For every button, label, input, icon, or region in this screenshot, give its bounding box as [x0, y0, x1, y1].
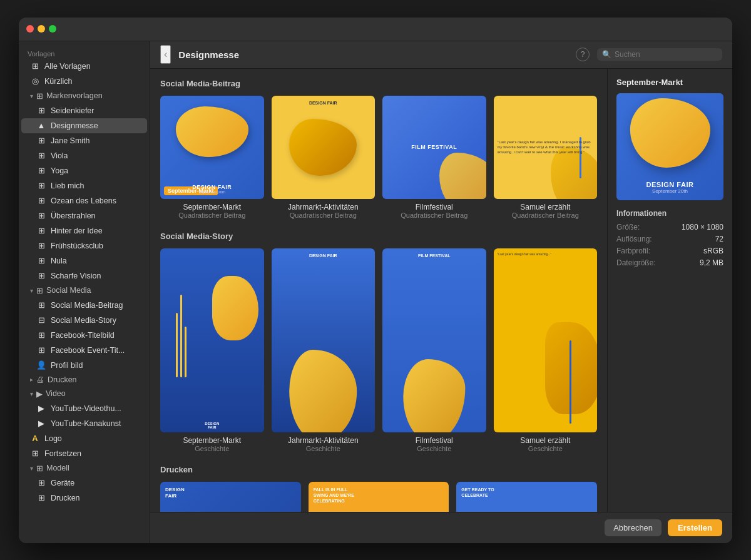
sidebar-item-ozean[interactable]: ⊞ Ozean des Lebens [21, 193, 147, 208]
create-button[interactable]: Erstellen [668, 519, 722, 536]
back-button[interactable]: ‹ [160, 45, 171, 64]
video-icon: ▶ [36, 389, 43, 399]
sidebar-item-drucken2[interactable]: ⊞ Drucken [21, 491, 147, 506]
info-section-label: Informationen [616, 209, 723, 218]
sidebar-item-geraete[interactable]: ⊞ Geräte [21, 476, 147, 491]
sidebar-item-kuerzlich[interactable]: ◎ Kürzlich [21, 74, 147, 89]
template-thumb: "Last year's design fair was amazing..." [494, 248, 598, 432]
main-content: ‹ Designmesse ? 🔍 Social Media-Beitrag [150, 41, 732, 543]
template-thumb: DESIGN FAIR September 20th September-Mar… [160, 96, 264, 200]
cancel-button[interactable]: Abbrechen [605, 519, 662, 536]
section-label: Drucken [160, 465, 597, 474]
template-icon: ⊞ [36, 151, 46, 161]
template-icon: ⊞ [36, 345, 46, 355]
fullscreen-button[interactable] [49, 25, 56, 33]
sidebar-item-fruehstueck[interactable]: ⊞ Frühstücksclub [21, 238, 147, 253]
sidebar-item-sm-beitrag[interactable]: ⊞ Social Media-Beitrag [21, 298, 147, 313]
sidebar-item-yt-video[interactable]: ▶ YouTube-Videothu... [21, 401, 147, 416]
sidebar-item-fortsetzen[interactable]: ⊞ Fortsetzen [21, 446, 147, 461]
template-card-jahrmarkt-sq[interactable]: DESIGN FAIR Jahrmarkt-Aktivitäten Quadra… [272, 96, 376, 220]
info-val: 9,2 MB [700, 258, 723, 267]
minimize-button[interactable] [38, 25, 45, 33]
template-type: Geschichte [494, 445, 598, 452]
traffic-lights [26, 25, 56, 33]
sidebar-item-label: Designmesse [51, 121, 98, 130]
canvas-print-blue: DESIGNFAIR [160, 482, 301, 511]
template-thumb: FILM FESTIVAL [382, 96, 486, 200]
template-icon: ⊞ [36, 241, 46, 251]
chevron-icon: ▾ [30, 287, 33, 294]
sidebar-item-label: Fortsetzen [44, 449, 81, 458]
sidebar-item-alle[interactable]: ⊞ Alle Vorlagen [21, 59, 147, 74]
templates-area: Social Media-Beitrag [150, 69, 607, 512]
preview-text: DESIGN FAIR September 20th [646, 181, 694, 194]
sidebar-group-markenvorlagen[interactable]: ▾ ⊞ Markenvorlagen [21, 89, 147, 103]
content-area: Social Media-Beitrag [150, 69, 732, 512]
sidebar-group-drucken[interactable]: ▸ 🖨 Drucken [21, 373, 147, 387]
story-line [185, 327, 186, 377]
sidebar-item-label: Profil bild [51, 361, 83, 370]
app-window: Vorlagen ⊞ Alle Vorlagen ◎ Kürzlich ▾ ⊞ … [19, 18, 732, 543]
sidebar-item-yt-kanal[interactable]: ▶ YouTube-Kanakunst [21, 416, 147, 431]
sidebar-item-viola[interactable]: ⊞ Viola [21, 148, 147, 163]
template-name: September-Markt [160, 436, 264, 445]
template-icon: ⊞ [36, 211, 46, 221]
template-card-print-blue2[interactable]: GET READY TOCELEBRATE Get Ready Print Dr… [456, 482, 597, 511]
clock-icon: ◎ [30, 76, 40, 86]
sidebar-group-label: Markenvorlagen [46, 91, 103, 100]
chevron-icon: ▾ [30, 93, 33, 99]
preview-big-text: DESIGN FAIR [646, 181, 694, 188]
sidebar-item-fb-event[interactable]: ⊞ Facebook Event-Tit... [21, 343, 147, 358]
sidebar-group-modell[interactable]: ▾ ⊞ Modell [21, 461, 147, 476]
close-button[interactable] [26, 25, 34, 33]
template-name: Samuel erzählt [494, 203, 598, 211]
template-type: Quadratischer Beitrag [494, 211, 598, 219]
sidebar-item-yoga[interactable]: ⊞ Yoga [21, 163, 147, 178]
info-row-resolution: Auflösung: 72 [616, 235, 723, 243]
template-icon: ⊞ [36, 226, 46, 236]
titlebar [19, 18, 732, 41]
template-card-film-sq[interactable]: FILM FESTIVAL Filmfestival Quadratischer… [382, 96, 486, 220]
template-card-film-story[interactable]: FILM FESTIVAL Filmfestival Geschichte [382, 248, 486, 452]
blob-shape [289, 350, 357, 432]
canvas-title: FILM FESTIVAL [411, 144, 457, 150]
sidebar-item-label: Scharfe Vision [51, 272, 101, 280]
sidebar-item-sm-story[interactable]: ⊟ Social Media-Story [21, 313, 147, 328]
sidebar-group-video[interactable]: ▾ ▶ Video [21, 387, 147, 401]
info-key: Farbprofil: [616, 247, 650, 255]
search-icon: 🔍 [602, 50, 611, 59]
search-input[interactable] [615, 50, 717, 59]
template-card-samuel-story[interactable]: "Last year's design fair was amazing..."… [494, 248, 598, 452]
sidebar-item-designmesse[interactable]: ▲ Designmesse [21, 118, 147, 133]
template-card-sept-markt-sq[interactable]: DESIGN FAIR September 20th September-Mar… [160, 96, 264, 220]
grid-icon: ⊞ [30, 61, 40, 71]
template-card-samuel-sq[interactable]: "Last year's design fair was amazing. I … [494, 96, 598, 220]
sidebar-item-hinter[interactable]: ⊞ Hinter der Idee [21, 223, 147, 238]
sidebar-item-scharfe[interactable]: ⊞ Scharfe Vision [21, 268, 147, 283]
sidebar-item-nula[interactable]: ⊞ Nula [21, 253, 147, 268]
sidebar-item-label: Überstrahlen [51, 211, 96, 220]
sidebar-item-seidenkiefer[interactable]: ⊞ Seidenkiefer [21, 103, 147, 118]
sidebar-item-jane[interactable]: ⊞ Jane Smith [21, 133, 147, 148]
sidebar-item-label: YouTube-Kanakunst [51, 419, 121, 428]
sidebar-item-logo[interactable]: A Logo [21, 431, 147, 446]
sidebar-item-fb-titelbild[interactable]: ⊞ Facebook-Titelbild [21, 328, 147, 343]
sidebar-item-label: Drucken [51, 494, 80, 502]
sidebar-group-label: Modell [46, 464, 69, 472]
sidebar-group-social[interactable]: ▾ ⊞ Social Media [21, 283, 147, 298]
info-row-size: Größe: 1080 × 1080 [616, 223, 723, 232]
section-drucken: Drucken DESIGNFAIR [160, 465, 597, 511]
sidebar-item-lieb[interactable]: ⊞ Lieb mich [21, 178, 147, 193]
template-card-sept-story[interactable]: DESIGNFAIR September-Markt Geschichte [160, 248, 264, 452]
sidebar-item-label: Social Media-Story [51, 316, 116, 325]
sidebar-item-profil[interactable]: 👤 Profil bild [21, 358, 147, 373]
story-line [180, 295, 182, 377]
template-card-print-blue[interactable]: DESIGNFAIR Design Fair Print Druck [160, 482, 301, 511]
template-type: Geschichte [160, 445, 264, 452]
help-button[interactable]: ? [576, 48, 590, 61]
sidebar-item-ueberstrahlen[interactable]: ⊞ Überstrahlen [21, 208, 147, 223]
template-card-jahrmarkt-story[interactable]: DESIGN FAIR Jahrmarkt-Aktivitäten Geschi… [272, 248, 376, 452]
template-icon: ⊟ [36, 315, 46, 325]
template-card-print-orange[interactable]: FALL IS IN FULLSWING AND WE'RECELEBRATIN… [309, 482, 449, 511]
template-icon: ⊞ [36, 271, 46, 281]
